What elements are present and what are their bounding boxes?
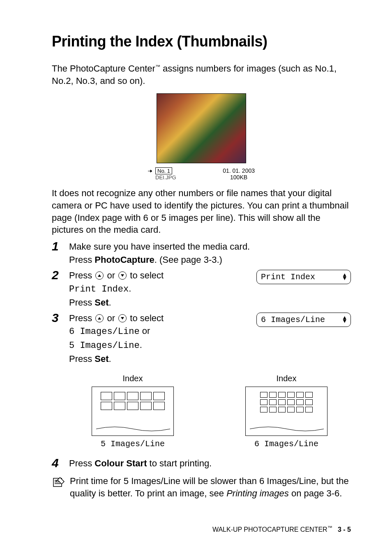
step-2-toselect: to select [127,270,164,280]
step-2-press: Press [69,270,95,280]
step-3-period2: . [109,354,111,364]
sample-photo-block: No. 1 DEI.JPG 01. 01. 2003 100KB [52,93,351,181]
up-key-icon [95,271,104,280]
photocapture-button-label: PhotoCapture [95,255,154,265]
page-number: 3 - 5 [338,526,351,533]
step-2-period: . [129,283,131,294]
thumbnail-sheet-6 [245,387,327,436]
thumbnail-sheet-5 [92,387,174,436]
photo-filename: DEI.JPG [155,174,176,181]
diagram-6-per-line: Index 6 Images/Line [245,374,327,449]
printing-images-ref: Printing images [226,488,289,498]
step-number: 1 [52,239,69,253]
step-3-toselect: to select [127,313,164,323]
set-button-label: Set [95,297,108,308]
page-curl-icon [96,425,170,433]
down-key-icon [118,314,127,322]
step-3-press: Press [69,313,95,323]
photo-metadata: No. 1 DEI.JPG 01. 01. 2003 100KB [148,167,255,181]
pointer-arrow-icon [148,169,154,173]
up-key-icon [95,314,104,322]
page-title: Printing the Index (Thumbnails) [52,33,351,50]
step-3-or-text: or [140,326,150,336]
step-1-ref: . (See page 3-3.) [154,255,222,265]
step-4-rest: to start printing. [147,458,212,468]
lcd-text: Print Index [261,271,315,283]
step-3-or: or [104,313,118,323]
footer: WALK-UP PHOTOCAPTURE CENTER™ 3 - 5 [212,525,351,533]
set-button-label: Set [95,354,108,364]
five-images-option: 5 Images/Line [69,341,140,351]
page-curl-icon [250,425,324,433]
lcd-text: 6 Images/Line [261,314,325,326]
index-diagrams: Index 5 Images/Line Index 6 Images/Line [68,374,351,449]
step-1-press: Press [69,255,95,265]
photo-date: 01. 01. 2003 [223,167,255,174]
intro-paragraph: The PhotoCapture Center™ assigns numbers… [52,63,351,87]
step-1-line-1: Make sure you have inserted the media ca… [69,240,351,253]
diagram-label-top: Index [123,374,143,383]
lcd-display-six-images: 6 Images/Line ▲▼ [256,313,351,327]
photo-size: 100KB [223,174,255,181]
diagram-caption-6: 6 Images/Line [254,439,318,449]
intro-prefix: The PhotoCapture Center [52,63,155,74]
sample-photo [157,93,246,163]
note-text-c: on page 3-6. [289,488,342,498]
step-2-period2: . [109,297,111,308]
six-images-option: 6 Images/Line [69,327,140,337]
step-number: 4 [52,456,69,470]
step-number: 2 [52,268,69,282]
trademark-symbol: ™ [155,64,160,70]
step-2-or: or [104,270,118,280]
photo-number-box: No. 1 [155,167,172,174]
footer-label: WALK-UP PHOTOCAPTURE CENTER [212,526,327,533]
step-3-period: . [140,340,142,350]
lcd-display-print-index: Print Index ▲▼ [256,270,351,284]
step-4-press: Press [69,458,95,468]
diagram-caption-5: 5 Images/Line [101,439,165,449]
trademark-symbol: ™ [327,525,332,531]
step-3-press-set: Press [69,354,95,364]
paragraph-2: It does not recognize any other numbers … [52,187,351,236]
step-number: 3 [52,311,69,324]
updown-indicator-icon: ▲▼ [343,316,346,323]
diagram-label-top: Index [277,374,297,383]
steps-list: 1 Make sure you have inserted the media … [52,240,351,366]
down-key-icon [118,271,127,280]
print-index-option: Print Index [69,284,129,294]
step-1: 1 Make sure you have inserted the media … [52,240,351,266]
step-3: 3 Press or to select 6 Images/Line or 5 … [52,312,351,366]
step-2-press-set: Press [69,297,95,308]
colour-start-button-label: Colour Start [95,458,147,468]
step-1-line-2: Press PhotoCapture. (See page 3-3.) [69,253,351,266]
step-4: 4 Press Colour Start to start printing. [52,457,351,470]
diagram-5-per-line: Index 5 Images/Line [92,374,174,449]
step-2: 2 Press or to select Print Index. Press … [52,269,351,309]
updown-indicator-icon: ▲▼ [343,273,346,280]
note-icon [52,476,66,490]
note: Print time for 5 Images/Line will be slo… [52,475,351,499]
